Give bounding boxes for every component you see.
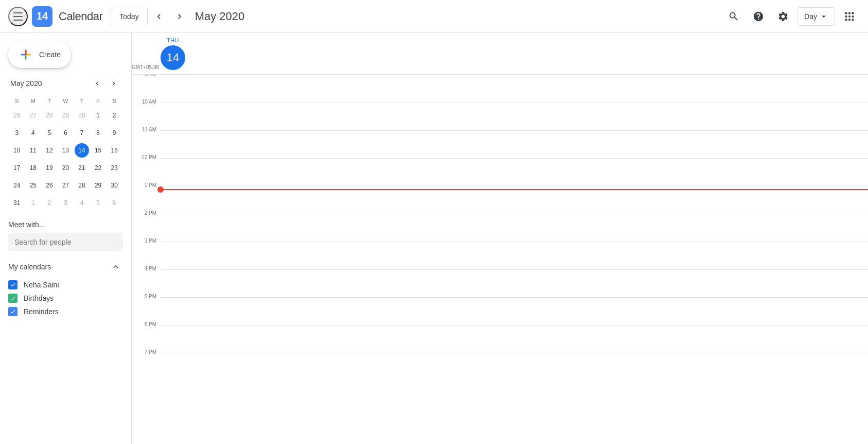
mini-cal-day[interactable]: 5 (42, 125, 57, 141)
mini-cal-day[interactable]: 28 (42, 107, 57, 124)
create-button[interactable]: Create (8, 41, 71, 68)
time-slot[interactable] (161, 325, 868, 353)
mini-cal-day[interactable]: 10 (9, 142, 25, 159)
mini-cal-next[interactable] (107, 76, 121, 91)
main-layout: Create May 2020 S M (0, 33, 868, 444)
current-time-line (161, 186, 868, 193)
calendar-item[interactable]: Birthdays (8, 292, 123, 305)
mini-calendar: May 2020 S M T W T (8, 76, 123, 212)
svg-rect-6 (845, 15, 847, 18)
mini-cal-day[interactable]: 6 (58, 125, 74, 141)
mini-cal-day[interactable]: 24 (9, 177, 25, 194)
mini-cal-day[interactable]: 4 (74, 195, 90, 211)
mini-cal-day[interactable]: 22 (91, 160, 106, 176)
calendar-checkbox (8, 294, 17, 303)
search-people-input[interactable] (8, 233, 123, 251)
time-slot[interactable] (161, 75, 868, 103)
mini-cal-day[interactable]: 19 (42, 160, 57, 176)
apps-button[interactable] (839, 6, 860, 27)
mini-cal-prev[interactable] (90, 76, 104, 91)
time-label: 4 PM (132, 266, 161, 297)
search-button[interactable] (723, 6, 744, 27)
svg-rect-8 (852, 15, 854, 18)
mini-cal-day[interactable]: 11 (26, 142, 41, 159)
mini-cal-day[interactable]: 29 (91, 177, 106, 194)
calendar-label: Neha Saini (24, 281, 59, 289)
mini-cal-day[interactable]: 18 (26, 160, 41, 176)
time-label: 6 PM (132, 321, 161, 353)
svg-rect-4 (848, 12, 851, 14)
mini-cal-day[interactable]: 25 (26, 177, 41, 194)
time-slot[interactable] (161, 353, 868, 381)
time-row: 6 PM (132, 325, 868, 353)
day-column-header: THU 14 (161, 37, 185, 74)
time-slot[interactable] (161, 186, 868, 214)
prev-arrow[interactable] (150, 7, 168, 26)
mini-cal-day[interactable]: 2 (107, 107, 122, 124)
timezone-label: GMT+05:30 (132, 64, 161, 74)
mini-cal-day[interactable]: 14 (74, 142, 90, 159)
mini-cal-day[interactable]: 7 (74, 125, 90, 141)
mini-cal-day[interactable]: 6 (107, 195, 122, 211)
mini-cal-day[interactable]: 4 (26, 125, 41, 141)
content-area: GMT+05:30 THU 14 9 AM10 AM11 AM12 PM1 PM… (132, 33, 868, 444)
calendar-item[interactable]: Reminders (8, 305, 123, 318)
mini-cal-day[interactable]: 26 (42, 177, 57, 194)
mini-cal-day[interactable]: 20 (58, 160, 74, 176)
mini-cal-day[interactable]: 30 (74, 107, 90, 124)
svg-rect-0 (13, 12, 23, 13)
time-slot[interactable] (161, 130, 868, 158)
svg-rect-3 (845, 12, 847, 14)
mini-cal-day[interactable]: 3 (58, 195, 74, 211)
svg-rect-9 (845, 19, 847, 21)
time-slot[interactable] (161, 297, 868, 325)
mini-cal-day[interactable]: 26 (9, 107, 25, 124)
mini-cal-day[interactable]: 9 (107, 125, 122, 141)
app-title: Calendar (59, 10, 102, 23)
time-slot[interactable] (161, 214, 868, 242)
header: 14 Calendar Today May 2020 Day (0, 0, 868, 33)
menu-button[interactable] (8, 7, 28, 26)
mini-cal-day[interactable]: 21 (74, 160, 90, 176)
time-row: 10 AM (132, 103, 868, 130)
mini-cal-day[interactable]: 1 (91, 107, 106, 124)
svg-rect-1 (13, 16, 23, 17)
svg-rect-7 (848, 15, 851, 18)
view-selector[interactable]: Day (798, 7, 835, 26)
mini-cal-day[interactable]: 31 (9, 195, 25, 211)
my-cal-collapse[interactable] (109, 260, 123, 274)
mini-cal-day[interactable]: 8 (91, 125, 106, 141)
calendar-item[interactable]: Neha Saini (8, 278, 123, 292)
mini-cal-day[interactable]: 16 (107, 142, 122, 159)
time-slot[interactable] (161, 269, 868, 297)
mini-cal-day[interactable]: 12 (42, 142, 57, 159)
mini-cal-day[interactable]: 13 (58, 142, 74, 159)
time-grid[interactable]: 9 AM10 AM11 AM12 PM1 PM2 PM3 PM4 PM5 PM6… (132, 75, 868, 444)
mini-cal-title: May 2020 (10, 79, 42, 88)
settings-button[interactable] (773, 6, 793, 27)
time-slot[interactable] (161, 158, 868, 186)
mini-cal-day[interactable]: 28 (74, 177, 90, 194)
mini-cal-day[interactable]: 2 (42, 195, 57, 211)
mini-cal-day[interactable]: 27 (58, 177, 74, 194)
help-button[interactable] (748, 6, 769, 27)
time-slot[interactable] (161, 242, 868, 269)
day-header-wed: W (58, 96, 74, 106)
time-row: 9 AM (132, 75, 868, 103)
mini-cal-day[interactable]: 5 (91, 195, 106, 211)
mini-cal-day[interactable]: 15 (91, 142, 106, 159)
mini-cal-day[interactable]: 1 (26, 195, 41, 211)
today-button[interactable]: Today (111, 8, 147, 25)
next-arrow[interactable] (170, 7, 189, 26)
header-right: Day (723, 6, 860, 27)
mini-cal-day[interactable]: 17 (9, 160, 25, 176)
mini-cal-day[interactable]: 3 (9, 125, 25, 141)
day-name: THU (167, 37, 179, 43)
mini-cal-day[interactable]: 27 (26, 107, 41, 124)
calendar-items-list: Neha SainiBirthdaysReminders (8, 278, 123, 318)
mini-cal-day[interactable]: 29 (58, 107, 74, 124)
mini-cal-day[interactable]: 23 (107, 160, 122, 176)
calendar-checkbox (8, 280, 17, 289)
mini-cal-day[interactable]: 30 (107, 177, 122, 194)
time-slot[interactable] (161, 103, 868, 130)
